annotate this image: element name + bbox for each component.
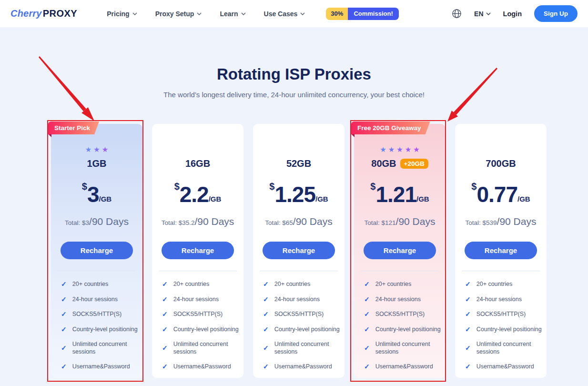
feature-label: Username&Password	[375, 363, 433, 370]
check-icon: ✓	[162, 295, 168, 304]
pricing-card: 700GB $ 0.77 /GB Total: $539 /90 Days Re…	[455, 124, 547, 378]
feature-item: ✓ 24-hour sessions	[61, 295, 140, 304]
hero-section: Rotating ISP Proxies The world's longest…	[0, 65, 588, 99]
check-icon: ✓	[61, 325, 67, 334]
cards-row: Starter Pick ★★★ 1GB $ 3 /GB Total: $3 /…	[51, 124, 547, 378]
promo-ribbon: Free 20GB Giveaway	[351, 122, 430, 134]
price: $ 3 /GB	[51, 182, 142, 205]
feature-item: ✓ 24-hour sessions	[162, 295, 241, 304]
plan-size-row: 52GB	[253, 157, 345, 170]
feature-label: 24-hour sessions	[173, 295, 219, 303]
plan-size-row: 700GB	[455, 157, 547, 170]
globe-icon[interactable]	[452, 9, 462, 19]
feature-item: ✓ 20+ countries	[162, 280, 241, 288]
feature-item: ✓ Country-level positioning	[364, 325, 443, 334]
feature-label: Country-level positioning	[375, 325, 441, 333]
price-unit: /GB	[517, 195, 530, 203]
divider	[58, 271, 136, 271]
pricing-card: Free 20GB Giveaway ★★★★★ 80GB +20GB $ 1.…	[354, 124, 446, 378]
check-icon: ✓	[465, 310, 471, 318]
ribbon-fold	[351, 134, 355, 137]
price-unit: /GB	[416, 195, 429, 203]
total-period: /90 Days	[293, 216, 333, 227]
plan-size: 16GB	[185, 158, 210, 169]
check-icon: ✓	[61, 344, 67, 352]
star-rating	[253, 145, 345, 154]
feature-label: Username&Password	[476, 363, 534, 370]
commission-percent: 30%	[326, 8, 348, 20]
star-rating: ★★★	[51, 145, 142, 154]
navbar: CherryPROXY Pricing Proxy Setup Learn Us…	[0, 0, 588, 27]
feature-label: SOCKS5/HTTP(S)	[72, 310, 122, 318]
feature-item: ✓ Country-level positioning	[61, 325, 140, 334]
nav-item-proxy-setup[interactable]: Proxy Setup	[155, 10, 202, 18]
nav-item-learn[interactable]: Learn	[220, 10, 245, 18]
total-line: Total: $35.2 /90 Days	[152, 216, 243, 228]
feature-label: Unlimited concurrent sessions	[476, 340, 544, 356]
bonus-badge: +20GB	[400, 159, 428, 169]
feature-item: ✓ 20+ countries	[364, 280, 443, 288]
feature-label: 24-hour sessions	[375, 295, 421, 303]
feature-list: ✓ 20+ countries ✓ 24-hour sessions ✓ SOC…	[354, 280, 446, 371]
check-icon: ✓	[364, 295, 370, 304]
feature-item: ✓ Unlimited concurrent sessions	[162, 340, 241, 356]
login-link[interactable]: Login	[503, 10, 522, 18]
check-icon: ✓	[162, 362, 168, 371]
feature-label: 20+ countries	[72, 280, 108, 288]
divider	[159, 271, 237, 271]
check-icon: ✓	[364, 362, 370, 371]
divider	[260, 271, 338, 271]
promo-ribbon: Starter Pick	[48, 122, 99, 134]
check-icon: ✓	[364, 280, 370, 288]
star-rating: ★★★★★	[354, 145, 446, 154]
currency-symbol: $	[174, 181, 180, 192]
check-icon: ✓	[465, 362, 471, 371]
feature-item: ✓ SOCKS5/HTTP(S)	[162, 310, 241, 318]
logo[interactable]: CherryPROXY	[10, 8, 77, 19]
nav-item-use-cases[interactable]: Use Cases	[264, 10, 305, 18]
price-value: 2.2	[180, 184, 209, 205]
check-icon: ✓	[162, 280, 168, 288]
price-value: 3	[87, 184, 99, 205]
check-icon: ✓	[61, 362, 67, 371]
feature-label: SOCKS5/HTTP(S)	[375, 310, 425, 318]
page-subtitle: The world's longest delivery time, 24-ho…	[0, 91, 588, 99]
total-amount: Total: $539	[466, 219, 497, 226]
currency-symbol: $	[370, 181, 375, 192]
feature-item: ✓ SOCKS5/HTTP(S)	[465, 310, 544, 318]
recharge-button[interactable]: Recharge	[263, 242, 335, 259]
ribbon-fold	[48, 134, 51, 137]
chevron-down-icon	[300, 12, 305, 15]
check-icon: ✓	[162, 310, 168, 318]
language-selector[interactable]: EN	[474, 10, 490, 18]
feature-item: ✓ Country-level positioning	[162, 325, 241, 334]
signup-button[interactable]: Sign Up	[534, 5, 578, 22]
divider	[462, 271, 540, 271]
feature-label: Country-level positioning	[173, 325, 239, 333]
check-icon: ✓	[364, 310, 370, 318]
recharge-button[interactable]: Recharge	[162, 242, 234, 259]
total-period: /90 Days	[497, 216, 537, 227]
recharge-button[interactable]: Recharge	[61, 242, 133, 259]
feature-list: ✓ 20+ countries ✓ 24-hour sessions ✓ SOC…	[51, 280, 142, 371]
currency-symbol: $	[269, 181, 274, 192]
nav-item-pricing[interactable]: Pricing	[107, 10, 137, 18]
feature-item: ✓ 24-hour sessions	[465, 295, 544, 304]
commission-label: Commission!	[348, 8, 398, 20]
feature-item: ✓ Username&Password	[364, 362, 443, 371]
total-line: Total: $121 /90 Days	[354, 216, 446, 228]
recharge-button[interactable]: Recharge	[465, 242, 537, 259]
feature-item: ✓ Unlimited concurrent sessions	[61, 340, 140, 356]
price: $ 0.77 /GB	[455, 182, 547, 205]
feature-item: ✓ 20+ countries	[263, 280, 342, 288]
commission-badge[interactable]: 30% Commission!	[326, 8, 398, 20]
feature-item: ✓ 20+ countries	[465, 280, 544, 288]
feature-label: 20+ countries	[274, 280, 310, 288]
feature-label: 20+ countries	[375, 280, 411, 288]
feature-item: ✓ Unlimited concurrent sessions	[465, 340, 544, 356]
check-icon: ✓	[465, 325, 471, 334]
recharge-button[interactable]: Recharge	[364, 242, 436, 259]
feature-label: SOCKS5/HTTP(S)	[173, 310, 223, 318]
price-value: 1.25	[274, 184, 315, 205]
chevron-down-icon	[486, 12, 491, 15]
